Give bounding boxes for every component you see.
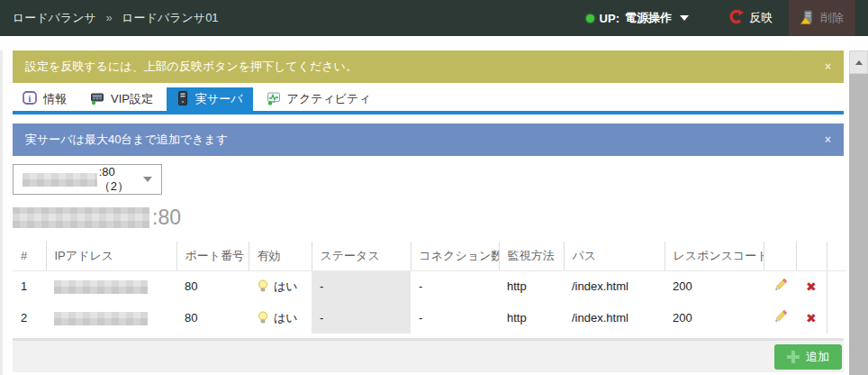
- vip-selector-value: :80（2）: [99, 165, 143, 195]
- breadcrumb-separator: »: [105, 11, 112, 24]
- breadcrumb-parent[interactable]: ロードバランサ: [13, 11, 96, 24]
- cell-path: /index.html: [564, 302, 665, 334]
- tab-activity[interactable]: アクティビティ: [257, 87, 381, 111]
- warning-close-icon[interactable]: ×: [825, 60, 831, 73]
- col-header-num: #: [13, 242, 46, 270]
- cell-enabled: はい: [249, 270, 312, 302]
- section-title: :80: [13, 206, 844, 229]
- breadcrumb-current: ロードバランサ01: [122, 11, 218, 24]
- red-x-icon: ✖: [806, 311, 817, 325]
- redacted-ip: [13, 207, 149, 228]
- status-up-dot-icon: [586, 14, 594, 23]
- table-row: 1 80 はい - - http /index.html 200 ✖: [13, 270, 846, 302]
- delete-row-button[interactable]: ✖: [796, 302, 827, 334]
- plus-icon: [787, 351, 800, 363]
- info-close-icon[interactable]: ×: [825, 133, 831, 146]
- top-bar: ロードバランサ » ロードバランサ01 UP: 電源操作 反映 削除: [0, 0, 868, 36]
- cell-monitor: http: [499, 270, 564, 302]
- page-body: 設定を反映するには、上部の反映ボタンを押下してください。 × i 情報 VIP設…: [0, 50, 868, 375]
- cell-monitor: http: [499, 302, 564, 334]
- real-servers-table: # IPアドレス ポート番号 有効 ステータス コネクション数 監視方法 パス …: [13, 242, 846, 334]
- col-header-response-code: レスポンスコード: [665, 242, 764, 270]
- tab-real-servers[interactable]: 実サーバ: [167, 87, 253, 111]
- col-header-enabled: 有効: [249, 242, 312, 270]
- cell-response-code: 200: [665, 270, 764, 302]
- delete-row-button[interactable]: ✖: [796, 270, 827, 302]
- chevron-down-icon: [143, 177, 152, 182]
- warning-notice: 設定を反映するには、上部の反映ボタンを押下してください。 ×: [13, 50, 844, 83]
- col-header-port: ポート番号: [176, 242, 249, 270]
- cell-ip: [46, 302, 176, 334]
- delete-server-warning-icon: [800, 10, 815, 27]
- cell-connections: -: [411, 270, 499, 302]
- redacted-ip: [54, 280, 148, 294]
- col-header-edit: [764, 242, 796, 270]
- vertical-scrollbar[interactable]: [849, 50, 868, 375]
- load-balancer-screen: ロードバランサ » ロードバランサ01 UP: 電源操作 反映 削除: [0, 0, 868, 375]
- cell-status: -: [312, 270, 411, 302]
- table-row: 2 80 はい - - http /index.html 200 ✖: [13, 302, 846, 334]
- warning-notice-text: 設定を反映するには、上部の反映ボタンを押下してください。: [25, 59, 357, 75]
- server-icon: [176, 91, 189, 108]
- status-label: UP:: [600, 12, 619, 25]
- info-icon: i: [23, 91, 37, 108]
- red-x-icon: ✖: [806, 279, 817, 294]
- cell-ip: [46, 270, 176, 302]
- col-header-connections: コネクション数: [411, 242, 499, 270]
- tab-vip-settings[interactable]: VIP設定: [80, 87, 163, 111]
- col-header-status: ステータス: [312, 242, 411, 270]
- delete-label: 削除: [820, 10, 844, 26]
- add-button-label: 追加: [806, 349, 829, 365]
- tab-label: 実サーバ: [195, 91, 243, 107]
- redacted-ip: [54, 312, 148, 325]
- section-title-port: :80: [152, 206, 181, 230]
- info-notice-text: 実サーバは最大40台まで追加できます: [25, 132, 228, 148]
- vip-network-icon: [90, 91, 104, 108]
- reflect-icon: [728, 9, 744, 27]
- cell-enabled: はい: [249, 302, 312, 334]
- content-area: 設定を反映するには、上部の反映ボタンを押下してください。 × i 情報 VIP設…: [13, 50, 844, 372]
- col-header-monitor: 監視方法: [499, 242, 564, 270]
- chevron-down-icon: [680, 15, 689, 21]
- tab-info[interactable]: i 情報: [13, 87, 77, 111]
- vip-selector-dropdown[interactable]: :80（2）: [13, 164, 162, 195]
- col-header-ip: IPアドレス: [46, 242, 176, 270]
- power-operation-dropdown[interactable]: UP: 電源操作: [586, 10, 712, 26]
- cell-path: /index.html: [564, 270, 665, 302]
- chevron-up-icon: [855, 60, 863, 65]
- scrollbar-up-button[interactable]: [849, 50, 868, 74]
- edit-row-button[interactable]: [764, 270, 796, 302]
- cell-num: 2: [13, 302, 46, 334]
- edit-row-button[interactable]: [764, 302, 796, 334]
- svg-text:i: i: [29, 93, 32, 103]
- tab-label: 情報: [43, 91, 67, 107]
- reflect-label: 反映: [749, 10, 773, 26]
- delete-button[interactable]: 削除: [789, 0, 855, 36]
- reflect-button[interactable]: 反映: [712, 9, 789, 27]
- table-footer: 追加: [13, 338, 844, 372]
- cell-filler: [827, 302, 846, 334]
- cell-connections: -: [411, 302, 499, 334]
- col-header-path: パス: [564, 242, 665, 270]
- add-server-button[interactable]: 追加: [774, 344, 842, 370]
- cell-response-code: 200: [665, 302, 764, 334]
- pencil-icon: [773, 281, 787, 295]
- top-bar-actions: UP: 電源操作 反映 削除: [586, 0, 868, 36]
- col-header-filler: [827, 242, 846, 270]
- pencil-icon: [773, 313, 787, 326]
- enabled-label: はい: [274, 311, 298, 325]
- tab-label: VIP設定: [111, 91, 153, 107]
- activity-monitor-icon: [267, 91, 281, 108]
- cell-num: 1: [13, 270, 46, 302]
- col-header-delete: [796, 242, 827, 270]
- table-header-row: # IPアドレス ポート番号 有効 ステータス コネクション数 監視方法 パス …: [13, 242, 846, 270]
- info-notice: 実サーバは最大40台まで追加できます ×: [13, 123, 844, 156]
- lightbulb-icon: [257, 281, 269, 295]
- tab-label: アクティビティ: [287, 91, 371, 107]
- cell-filler: [827, 270, 846, 302]
- cell-port: 80: [176, 270, 249, 302]
- enabled-label: はい: [274, 279, 298, 293]
- breadcrumb: ロードバランサ » ロードバランサ01: [13, 10, 219, 26]
- lightbulb-icon: [257, 313, 269, 326]
- cell-port: 80: [176, 302, 249, 334]
